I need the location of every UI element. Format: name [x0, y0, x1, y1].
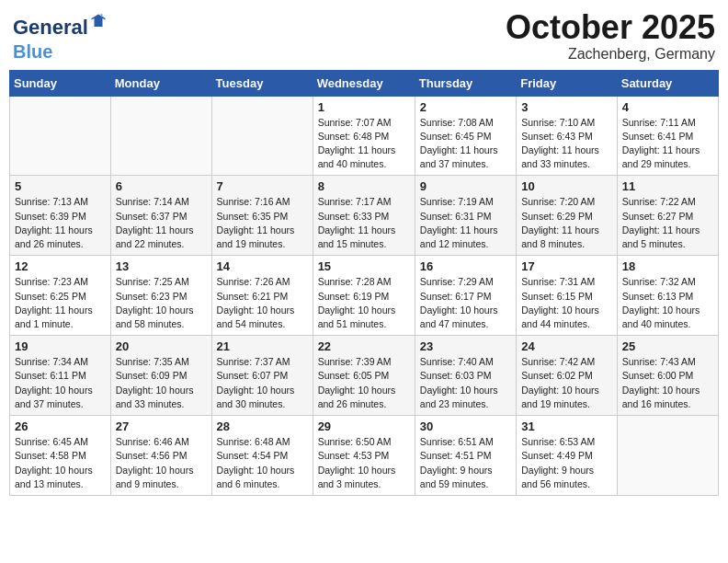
calendar-cell: 18Sunrise: 7:32 AM Sunset: 6:13 PM Dayli… [617, 256, 718, 336]
calendar-cell: 7Sunrise: 7:16 AM Sunset: 6:35 PM Daylig… [211, 176, 313, 256]
calendar-cell: 30Sunrise: 6:51 AM Sunset: 4:51 PM Dayli… [415, 416, 516, 496]
day-number: 30 [420, 419, 511, 433]
calendar-week-row: 19Sunrise: 7:34 AM Sunset: 6:11 PM Dayli… [10, 336, 719, 416]
day-number: 10 [521, 179, 612, 193]
calendar-cell [110, 96, 211, 176]
calendar-cell: 11Sunrise: 7:22 AM Sunset: 6:27 PM Dayli… [617, 176, 718, 256]
calendar-cell: 25Sunrise: 7:43 AM Sunset: 6:00 PM Dayli… [617, 336, 718, 416]
day-info: Sunrise: 7:26 AM Sunset: 6:21 PM Dayligh… [217, 275, 308, 331]
day-number: 13 [116, 259, 207, 273]
day-number: 31 [521, 419, 612, 433]
weekday-header-row: SundayMondayTuesdayWednesdayThursdayFrid… [10, 70, 719, 96]
day-number: 23 [420, 339, 511, 353]
day-info: Sunrise: 7:42 AM Sunset: 6:02 PM Dayligh… [521, 355, 612, 411]
calendar-cell: 4Sunrise: 7:11 AM Sunset: 6:41 PM Daylig… [617, 96, 718, 176]
calendar-cell: 22Sunrise: 7:39 AM Sunset: 6:05 PM Dayli… [313, 336, 415, 416]
day-number: 27 [116, 419, 207, 433]
day-info: Sunrise: 7:10 AM Sunset: 6:43 PM Dayligh… [521, 116, 612, 172]
day-info: Sunrise: 6:53 AM Sunset: 4:49 PM Dayligh… [521, 435, 612, 491]
calendar-cell [211, 96, 313, 176]
calendar-cell: 9Sunrise: 7:19 AM Sunset: 6:31 PM Daylig… [415, 176, 516, 256]
day-info: Sunrise: 7:32 AM Sunset: 6:13 PM Dayligh… [622, 275, 713, 331]
day-info: Sunrise: 7:23 AM Sunset: 6:25 PM Dayligh… [15, 275, 106, 331]
day-info: Sunrise: 7:08 AM Sunset: 6:45 PM Dayligh… [420, 116, 511, 172]
day-info: Sunrise: 7:29 AM Sunset: 6:17 PM Dayligh… [420, 275, 511, 331]
day-info: Sunrise: 7:25 AM Sunset: 6:23 PM Dayligh… [116, 275, 207, 331]
day-number: 26 [15, 419, 106, 433]
day-number: 20 [116, 339, 207, 353]
weekday-header-wednesday: Wednesday [313, 70, 415, 96]
calendar-cell [617, 416, 718, 496]
day-info: Sunrise: 7:11 AM Sunset: 6:41 PM Dayligh… [622, 116, 713, 172]
calendar-cell: 8Sunrise: 7:17 AM Sunset: 6:33 PM Daylig… [313, 176, 415, 256]
calendar-week-row: 26Sunrise: 6:45 AM Sunset: 4:58 PM Dayli… [10, 416, 719, 496]
day-number: 18 [622, 259, 713, 273]
day-number: 24 [521, 339, 612, 353]
day-number: 14 [217, 259, 308, 273]
day-info: Sunrise: 7:35 AM Sunset: 6:09 PM Dayligh… [116, 355, 207, 411]
calendar-week-row: 12Sunrise: 7:23 AM Sunset: 6:25 PM Dayli… [10, 256, 719, 336]
calendar-cell: 24Sunrise: 7:42 AM Sunset: 6:02 PM Dayli… [517, 336, 618, 416]
day-number: 6 [116, 179, 207, 193]
day-number: 1 [318, 100, 410, 114]
calendar-cell: 12Sunrise: 7:23 AM Sunset: 6:25 PM Dayli… [10, 256, 111, 336]
logo-text-general: General [13, 17, 88, 38]
day-info: Sunrise: 6:48 AM Sunset: 4:54 PM Dayligh… [217, 435, 308, 491]
calendar-cell [10, 96, 111, 176]
calendar-cell: 13Sunrise: 7:25 AM Sunset: 6:23 PM Dayli… [110, 256, 211, 336]
day-number: 7 [217, 179, 308, 193]
day-number: 12 [15, 259, 106, 273]
title-section: October 2025 Zachenberg, Germany [506, 9, 715, 63]
calendar-cell: 19Sunrise: 7:34 AM Sunset: 6:11 PM Dayli… [10, 336, 111, 416]
day-number: 22 [318, 339, 410, 353]
day-number: 8 [318, 179, 410, 193]
day-number: 3 [521, 100, 612, 114]
calendar-cell: 16Sunrise: 7:29 AM Sunset: 6:17 PM Dayli… [415, 256, 516, 336]
weekday-header-monday: Monday [110, 70, 211, 96]
calendar-cell: 27Sunrise: 6:46 AM Sunset: 4:56 PM Dayli… [110, 416, 211, 496]
calendar-cell: 3Sunrise: 7:10 AM Sunset: 6:43 PM Daylig… [517, 96, 618, 176]
calendar-cell: 26Sunrise: 6:45 AM Sunset: 4:58 PM Dayli… [10, 416, 111, 496]
day-number: 5 [15, 179, 106, 193]
day-number: 11 [622, 179, 713, 193]
day-number: 2 [420, 100, 511, 114]
day-number: 29 [318, 419, 410, 433]
location: Zachenberg, Germany [506, 46, 715, 63]
day-number: 16 [420, 259, 511, 273]
calendar-cell: 29Sunrise: 6:50 AM Sunset: 4:53 PM Dayli… [313, 416, 415, 496]
weekday-header-saturday: Saturday [617, 70, 718, 96]
day-info: Sunrise: 7:19 AM Sunset: 6:31 PM Dayligh… [420, 195, 511, 251]
day-number: 17 [521, 259, 612, 273]
day-info: Sunrise: 7:14 AM Sunset: 6:37 PM Dayligh… [116, 195, 207, 251]
weekday-header-friday: Friday [517, 70, 618, 96]
day-info: Sunrise: 7:28 AM Sunset: 6:19 PM Dayligh… [318, 275, 410, 331]
day-info: Sunrise: 7:40 AM Sunset: 6:03 PM Dayligh… [420, 355, 511, 411]
day-info: Sunrise: 6:50 AM Sunset: 4:53 PM Dayligh… [318, 435, 410, 491]
calendar-week-row: 5Sunrise: 7:13 AM Sunset: 6:39 PM Daylig… [10, 176, 719, 256]
day-number: 4 [622, 100, 713, 114]
calendar-table: SundayMondayTuesdayWednesdayThursdayFrid… [9, 70, 719, 496]
day-info: Sunrise: 6:45 AM Sunset: 4:58 PM Dayligh… [15, 435, 106, 491]
month-title: October 2025 [506, 9, 715, 46]
weekday-header-tuesday: Tuesday [211, 70, 313, 96]
day-number: 9 [420, 179, 511, 193]
day-number: 28 [217, 419, 308, 433]
day-info: Sunrise: 7:39 AM Sunset: 6:05 PM Dayligh… [318, 355, 410, 411]
day-number: 25 [622, 339, 713, 353]
calendar-cell: 10Sunrise: 7:20 AM Sunset: 6:29 PM Dayli… [517, 176, 618, 256]
day-number: 19 [15, 339, 106, 353]
calendar-cell: 14Sunrise: 7:26 AM Sunset: 6:21 PM Dayli… [211, 256, 313, 336]
day-info: Sunrise: 7:17 AM Sunset: 6:33 PM Dayligh… [318, 195, 410, 251]
day-info: Sunrise: 6:46 AM Sunset: 4:56 PM Dayligh… [116, 435, 207, 491]
day-info: Sunrise: 7:37 AM Sunset: 6:07 PM Dayligh… [217, 355, 308, 411]
calendar-cell: 1Sunrise: 7:07 AM Sunset: 6:48 PM Daylig… [313, 96, 415, 176]
weekday-header-sunday: Sunday [10, 70, 111, 96]
calendar-cell: 2Sunrise: 7:08 AM Sunset: 6:45 PM Daylig… [415, 96, 516, 176]
logo-text-blue: Blue [13, 41, 52, 62]
day-info: Sunrise: 7:13 AM Sunset: 6:39 PM Dayligh… [15, 195, 106, 251]
calendar-cell: 21Sunrise: 7:37 AM Sunset: 6:07 PM Dayli… [211, 336, 313, 416]
logo: General Blue [13, 13, 107, 62]
day-number: 15 [318, 259, 410, 273]
day-info: Sunrise: 7:16 AM Sunset: 6:35 PM Dayligh… [217, 195, 308, 251]
calendar-week-row: 1Sunrise: 7:07 AM Sunset: 6:48 PM Daylig… [10, 96, 719, 176]
